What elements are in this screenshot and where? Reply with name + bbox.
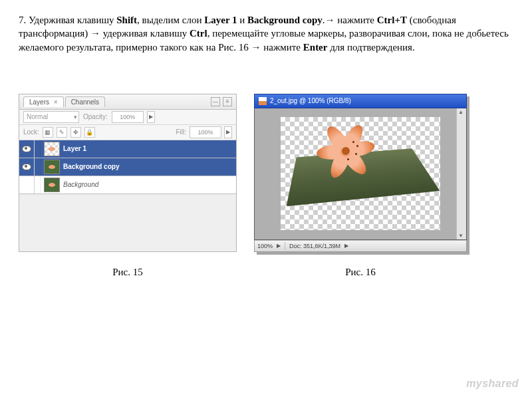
eye-icon [22,164,31,170]
zoom-value[interactable]: 100% [257,243,273,249]
window-title: 2_out.jpg @ 100% (RGB/8) [270,97,351,104]
panel-tabs: Layers × Channels — ≡ [19,94,236,110]
eye-icon [22,146,31,152]
layer-name: Background copy [63,163,119,170]
status-bar: 100% ▶ Doc: 351,6K/1,39M ▶ [254,240,467,252]
chevron-right-icon[interactable]: ▶ [344,243,348,249]
panel-empty-area [19,194,236,252]
instruction-paragraph: 7. Удерживая клавишу Shift, выделим слои… [19,13,513,54]
key-enter: Enter [303,42,328,53]
panel-menu-icon[interactable]: ≡ [223,97,232,106]
t: для подтверждения. [327,42,414,53]
watermark: myshared [466,378,519,390]
link-col [35,140,41,158]
blend-mode-combo[interactable]: Normal [23,111,79,123]
layer-thumbnail [44,178,60,192]
link-col [35,158,41,176]
layer-row-layer1[interactable]: Layer 1 [19,140,236,158]
tab-layers-label: Layers [29,98,49,106]
t: .→ нажмите [323,15,377,25]
lock-label: Lock: [23,128,39,136]
tab-layers[interactable]: Layers × [23,96,64,107]
tab-channels-label: Channels [71,98,99,106]
doc-size: Doc: 351,6K/1,39M [289,243,340,249]
vertical-scrollbar[interactable] [456,108,466,239]
t: и [237,15,248,25]
t: 7. Удерживая клавишу [19,15,116,25]
minimize-icon[interactable]: — [211,97,220,106]
lock-row: Lock: ▦ ✎ ✥ 🔒 Fill: 100% ▶ [19,125,236,140]
layer-row-bgcopy[interactable]: Background copy [19,158,236,176]
fill-label: Fill: [176,128,186,136]
layers-panel: Layers × Channels — ≡ Normal Opacity: 10… [19,94,237,252]
caption-fig15: Рис. 15 [19,267,237,278]
caption-fig16: Рис. 16 [254,267,467,278]
visibility-toggle[interactable] [19,176,35,194]
opacity-label: Opacity: [83,113,108,120]
divider [285,242,285,250]
t: , выделим слои [137,15,204,25]
key-shift: Shift [116,15,137,25]
chevron-right-icon[interactable]: ▶ [147,111,155,123]
document-body [254,108,467,240]
chevron-right-icon[interactable]: ▶ [277,243,281,249]
lock-brush-icon[interactable]: ✎ [57,127,67,138]
lock-move-icon[interactable]: ✥ [70,127,81,138]
fill-field[interactable]: 100% [190,126,221,138]
chevron-right-icon[interactable]: ▶ [224,126,232,138]
lock-all-icon[interactable]: 🔒 [84,127,95,138]
blend-options-row: Normal Opacity: 100% ▶ [19,110,236,125]
close-icon[interactable]: × [54,98,58,106]
visibility-toggle[interactable] [19,140,35,158]
visibility-toggle[interactable] [19,158,35,176]
document-window: 2_out.jpg @ 100% (RGB/8) 100% ▶ [254,94,467,252]
lock-transparency-icon[interactable]: ▦ [43,127,53,138]
tab-channels[interactable]: Channels [65,96,105,107]
bgcopy-ref: Background copy [247,15,323,25]
key-ctrl: Ctrl [190,28,207,39]
layer-thumbnail [44,142,60,156]
link-col [35,176,41,194]
canvas-area[interactable] [281,117,440,230]
document-icon [259,97,267,105]
layer-row-background[interactable]: Background [19,176,236,194]
opacity-field[interactable]: 100% [112,111,144,123]
layer-name: Layer 1 [63,145,86,152]
layer1-ref: Layer 1 [204,15,237,25]
layer-name: Background [63,181,98,188]
layer-thumbnail [44,160,60,174]
transformed-plane [287,149,440,207]
window-titlebar[interactable]: 2_out.jpg @ 100% (RGB/8) [254,94,467,108]
figure-captions: Рис. 15 Рис. 16 [19,267,513,278]
key-ctrlt: Ctrl+T [377,15,407,25]
